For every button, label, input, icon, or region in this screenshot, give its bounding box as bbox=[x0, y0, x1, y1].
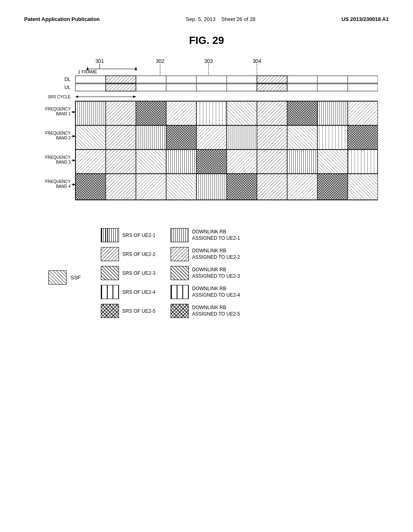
legend-srs-ue2-label: SRS OF UE2-2 bbox=[122, 251, 171, 257]
svg-text:BAND 3: BAND 3 bbox=[56, 160, 71, 164]
legend-row-ue1: SRS OF UE2-1 DOWNLINK RBASSIGNED TO UE2-… bbox=[101, 228, 240, 242]
legend-srs-ue3-box bbox=[101, 266, 119, 280]
svg-rect-83 bbox=[136, 101, 166, 125]
legend-dl-ue1-box bbox=[171, 228, 189, 242]
svg-rect-104 bbox=[166, 150, 196, 174]
svg-text:FREQUENCY: FREQUENCY bbox=[45, 107, 71, 111]
svg-marker-51 bbox=[133, 96, 136, 98]
legend-srs-ue4-label: SRS OF UE2-4 bbox=[122, 289, 171, 295]
svg-rect-90 bbox=[348, 101, 378, 125]
svg-rect-101 bbox=[75, 150, 106, 174]
header-sheet: Sheet 26 of 28 bbox=[221, 16, 256, 22]
svg-rect-114 bbox=[166, 174, 196, 200]
svg-rect-106 bbox=[227, 150, 257, 174]
legend-dl-ue5-box bbox=[171, 304, 189, 318]
legend-ssf-box bbox=[48, 270, 67, 285]
svg-rect-105 bbox=[196, 150, 227, 174]
svg-rect-100 bbox=[348, 125, 378, 150]
svg-text:BAND 4: BAND 4 bbox=[56, 184, 71, 189]
legend-section: SSF SRS OF UE2-1 DOWNLINK RBASSIGNED TO … bbox=[24, 228, 389, 323]
header-date: Sep. 5, 2013 bbox=[186, 16, 216, 22]
svg-text:UL: UL bbox=[65, 85, 71, 90]
legend-dl-ue2-box bbox=[171, 247, 189, 261]
legend-srs-ue1-box bbox=[101, 228, 119, 242]
svg-rect-95 bbox=[196, 125, 227, 150]
svg-text:FREQUENCY: FREQUENCY bbox=[45, 155, 71, 160]
svg-rect-82 bbox=[106, 101, 136, 125]
svg-rect-47 bbox=[257, 84, 287, 91]
legend-row-ue2: SRS OF UE2-2 DOWNLINK RBASSIGNED TO UE2-… bbox=[101, 247, 240, 261]
legend-ue-items: SRS OF UE2-1 DOWNLINK RBASSIGNED TO UE2-… bbox=[101, 228, 240, 323]
svg-text:302: 302 bbox=[156, 58, 165, 64]
legend-srs-ue3-label: SRS OF UE2-3 bbox=[122, 270, 171, 276]
legend-dl-ue4-label: DOWNLINK RBASSIGNED TO UE2-4 bbox=[192, 286, 240, 298]
svg-marker-50 bbox=[75, 96, 78, 98]
page-header: Patent Application Publication Sep. 5, 2… bbox=[24, 16, 389, 22]
svg-rect-34 bbox=[257, 76, 287, 83]
svg-marker-55 bbox=[73, 111, 75, 113]
header-publication: Patent Application Publication bbox=[24, 16, 100, 22]
svg-rect-92 bbox=[106, 125, 136, 150]
legend-srs-ue2-box bbox=[101, 247, 119, 261]
header-patent: US 2013/230018 A1 bbox=[342, 16, 389, 22]
svg-rect-113 bbox=[136, 174, 166, 200]
svg-rect-107 bbox=[257, 150, 287, 174]
legend-ssf: SSF bbox=[48, 232, 81, 323]
svg-text:1 FRAME: 1 FRAME bbox=[78, 69, 97, 74]
svg-marker-67 bbox=[73, 183, 75, 186]
svg-rect-94 bbox=[166, 125, 196, 150]
svg-rect-91 bbox=[75, 125, 106, 150]
main-diagram: 301 1 FRAME 302 303 304 DL bbox=[35, 55, 378, 224]
svg-rect-88 bbox=[287, 101, 317, 125]
svg-text:SRS CYCLE: SRS CYCLE bbox=[48, 95, 71, 99]
legend-ssf-label: SSF bbox=[71, 274, 81, 281]
svg-rect-119 bbox=[317, 174, 348, 200]
svg-text:DL: DL bbox=[65, 77, 71, 82]
legend-row-ue4: SRS OF UE2-4 DOWNLINK RBASSIGNED TO UE2-… bbox=[101, 285, 240, 299]
svg-rect-109 bbox=[317, 150, 348, 174]
svg-rect-98 bbox=[287, 125, 317, 150]
svg-rect-117 bbox=[257, 174, 287, 200]
svg-rect-89 bbox=[317, 101, 348, 125]
legend-row-ue5: SRS OF UE2-5 DOWNLINK RBASSIGNED TO UE2-… bbox=[101, 304, 240, 318]
figure-title: FIG. 29 bbox=[24, 34, 389, 47]
svg-rect-108 bbox=[287, 150, 317, 174]
svg-text:301: 301 bbox=[95, 58, 104, 64]
svg-rect-110 bbox=[348, 150, 378, 174]
svg-rect-99 bbox=[317, 125, 348, 150]
svg-rect-96 bbox=[227, 125, 257, 150]
header-center: Sep. 5, 2013 Sheet 26 of 28 bbox=[186, 16, 256, 22]
legend-srs-ue4-box bbox=[101, 285, 119, 299]
legend-srs-ue5-box bbox=[101, 304, 119, 318]
legend-row-ue3: SRS OF UE2-3 DOWNLINK RBASSIGNED TO UE2-… bbox=[101, 266, 240, 280]
legend-srs-ue1-label: SRS OF UE2-1 bbox=[122, 233, 171, 238]
legend-dl-ue1-label: DOWNLINK RBASSIGNED TO UE2-1 bbox=[192, 229, 240, 241]
svg-rect-85 bbox=[196, 101, 227, 125]
svg-rect-93 bbox=[136, 125, 166, 150]
svg-rect-84 bbox=[166, 101, 196, 125]
legend-dl-ue3-label: DOWNLINK RBASSIGNED TO UE2-3 bbox=[192, 267, 240, 279]
svg-text:303: 303 bbox=[204, 58, 213, 64]
legend-dl-ue4-box bbox=[171, 285, 189, 299]
svg-rect-81 bbox=[75, 101, 106, 125]
svg-text:FREQUENCY: FREQUENCY bbox=[45, 131, 71, 135]
svg-marker-59 bbox=[73, 135, 75, 137]
legend-dl-ue5-label: DOWNLINK RBASSIGNED TO UE2-5 bbox=[192, 305, 240, 317]
svg-text:FREQUENCY: FREQUENCY bbox=[45, 179, 71, 184]
svg-rect-97 bbox=[257, 125, 287, 150]
svg-text:BAND 1: BAND 1 bbox=[56, 112, 71, 116]
svg-rect-87 bbox=[257, 101, 287, 125]
legend-dl-ue3-box bbox=[171, 266, 189, 280]
legend-dl-ue2-label: DOWNLINK RBASSIGNED TO UE2-2 bbox=[192, 248, 240, 260]
svg-text:BAND 2: BAND 2 bbox=[56, 136, 71, 140]
svg-rect-118 bbox=[287, 174, 317, 200]
svg-marker-63 bbox=[73, 159, 75, 162]
svg-rect-33 bbox=[106, 76, 136, 83]
svg-rect-116 bbox=[227, 174, 257, 200]
svg-rect-86 bbox=[227, 101, 257, 125]
svg-rect-111 bbox=[75, 174, 106, 200]
svg-rect-46 bbox=[106, 84, 136, 91]
svg-text:304: 304 bbox=[252, 58, 261, 64]
svg-rect-102 bbox=[106, 150, 136, 174]
legend-srs-ue5-label: SRS OF UE2-5 bbox=[122, 308, 171, 314]
